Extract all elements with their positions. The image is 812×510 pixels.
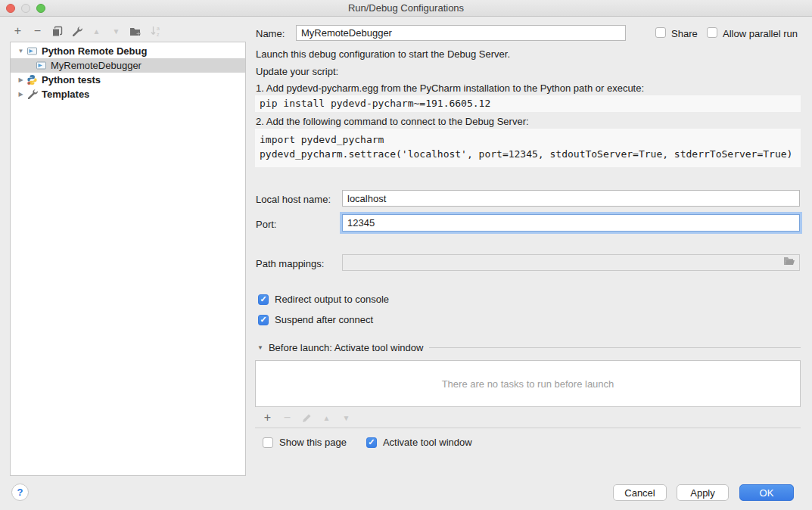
- expand-arrow-icon[interactable]: ▶: [17, 91, 25, 98]
- task-list-toolbar: + − ▲ ▼: [255, 408, 801, 428]
- update-script-text: Update your script:: [256, 66, 338, 77]
- intro-text: Launch this debug configuration to start…: [256, 48, 510, 60]
- svg-text:a: a: [157, 26, 160, 31]
- activate-tool-window-label[interactable]: Activate tool window: [383, 437, 472, 448]
- tree-item-templates[interactable]: ▶ Templates: [11, 87, 245, 101]
- pip-command-code: pip install pydevd-pycharm~=191.6605.12: [255, 95, 801, 112]
- redirect-output-row: Redirect output to console: [258, 294, 389, 305]
- activate-tool-window-checkbox[interactable]: [366, 437, 377, 448]
- window-title: Run/Debug Configurations: [0, 0, 812, 16]
- empty-tasks-text: There are no tasks to run before launch: [442, 378, 614, 390]
- remove-configuration-icon[interactable]: −: [31, 24, 44, 38]
- zoom-window-button[interactable]: [36, 4, 45, 13]
- new-folder-icon[interactable]: [129, 24, 142, 38]
- python-tests-icon: [26, 74, 38, 86]
- port-input[interactable]: [342, 214, 800, 232]
- help-button[interactable]: ?: [11, 484, 29, 501]
- svg-text:z: z: [157, 32, 160, 37]
- sort-configurations-icon: az: [149, 24, 162, 38]
- ok-button[interactable]: OK: [739, 484, 794, 501]
- tree-item-python-tests[interactable]: ▶ Python tests: [11, 73, 245, 87]
- suspend-after-connect-checkbox[interactable]: [258, 315, 269, 325]
- add-task-icon[interactable]: +: [262, 411, 273, 424]
- step1-text: 1. Add pydevd-pycharm.egg from the PyCha…: [256, 82, 644, 94]
- name-input[interactable]: [296, 25, 626, 41]
- port-label: Port:: [256, 219, 276, 230]
- page-options-row: Show this page Activate tool window: [263, 437, 472, 448]
- apply-button[interactable]: Apply: [677, 484, 729, 501]
- settrace-code: import pydevd_pycharm pydevd_pycharm.set…: [255, 129, 801, 167]
- before-launch-title: Before launch: Activate tool window: [269, 342, 424, 353]
- share-checkbox[interactable]: [655, 27, 666, 38]
- tree-item-label: MyRemoteDebugger: [51, 60, 142, 71]
- task-move-down-icon: ▼: [341, 411, 352, 424]
- name-label: Name:: [256, 28, 285, 39]
- local-host-name-input[interactable]: [342, 190, 800, 207]
- move-down-icon: ▼: [110, 24, 123, 38]
- show-this-page-label[interactable]: Show this page: [279, 437, 347, 448]
- close-window-button[interactable]: [6, 4, 15, 13]
- share-label[interactable]: Share: [671, 28, 698, 39]
- configurations-tree: ▼ Python Remote Debug MyRemoteDebugger ▶…: [10, 42, 246, 476]
- tree-item-label: Templates: [42, 89, 89, 100]
- move-up-icon: ▲: [90, 24, 103, 38]
- minimize-window-button: [21, 4, 30, 13]
- redirect-output-label[interactable]: Redirect output to console: [275, 294, 389, 305]
- section-divider: [429, 347, 801, 348]
- local-host-name-label: Local host name:: [256, 194, 331, 205]
- run-config-icon: [36, 60, 47, 71]
- edit-task-icon: [301, 411, 313, 424]
- redirect-output-checkbox[interactable]: [258, 294, 269, 305]
- copy-configuration-icon[interactable]: [51, 24, 64, 38]
- tree-item-label: Python tests: [42, 74, 101, 86]
- wrench-icon: [26, 89, 38, 100]
- add-configuration-icon[interactable]: +: [11, 24, 24, 38]
- collapse-section-icon[interactable]: ▼: [257, 344, 263, 351]
- tree-item-myremotedebugger[interactable]: MyRemoteDebugger: [11, 58, 245, 73]
- configurations-toolbar: + − ▲ ▼ az: [11, 23, 162, 39]
- cancel-button[interactable]: Cancel: [613, 484, 667, 501]
- run-config-icon: [26, 45, 38, 57]
- titlebar[interactable]: Run/Debug Configurations: [0, 0, 812, 17]
- browse-folder-icon[interactable]: [783, 257, 795, 269]
- tree-item-label: Python Remote Debug: [42, 45, 147, 57]
- step2-text: 2. Add the following command to connect …: [256, 116, 529, 127]
- code-line-2: pydevd_pycharm.settrace('localhost', por…: [260, 148, 792, 160]
- remove-task-icon: −: [282, 411, 293, 424]
- suspend-after-connect-row: Suspend after connect: [258, 314, 373, 325]
- edit-templates-icon[interactable]: [70, 24, 83, 38]
- code-line-1: import pydevd_pycharm: [260, 134, 384, 145]
- path-mappings-label: Path mappings:: [256, 258, 324, 269]
- before-launch-task-list[interactable]: There are no tasks to run before launch: [255, 360, 801, 407]
- collapse-arrow-icon[interactable]: ▼: [17, 48, 25, 54]
- allow-parallel-run-checkbox[interactable]: [707, 27, 717, 38]
- before-launch-header: ▼ Before launch: Activate tool window: [257, 342, 801, 353]
- suspend-after-connect-label[interactable]: Suspend after connect: [275, 314, 373, 325]
- task-move-up-icon: ▲: [321, 411, 332, 424]
- tree-item-python-remote-debug[interactable]: ▼ Python Remote Debug: [11, 44, 245, 58]
- show-this-page-checkbox[interactable]: [263, 437, 273, 448]
- allow-parallel-run-label[interactable]: Allow parallel run: [723, 28, 798, 39]
- path-mappings-field[interactable]: [342, 254, 800, 271]
- expand-arrow-icon[interactable]: ▶: [17, 76, 25, 83]
